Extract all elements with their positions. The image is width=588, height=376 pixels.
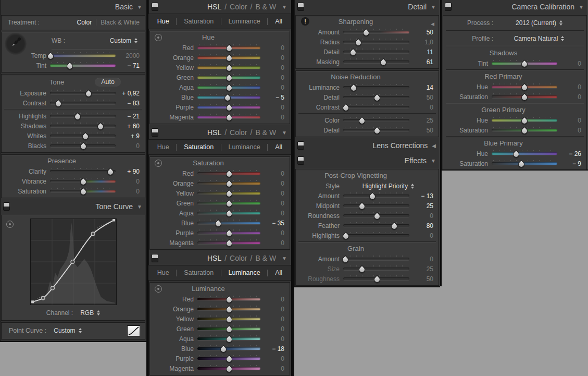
slider-thumb[interactable] bbox=[79, 178, 88, 187]
slider-track[interactable] bbox=[343, 127, 409, 134]
wb-select-value[interactable]: Custom bbox=[110, 37, 131, 44]
style-select[interactable]: Highlight Priority bbox=[362, 183, 414, 190]
channel-select-value[interactable]: RGB bbox=[80, 309, 94, 317]
slider-thumb[interactable] bbox=[520, 83, 529, 92]
style-select-value[interactable]: Highlight Priority bbox=[362, 183, 408, 190]
slider-track[interactable] bbox=[50, 132, 116, 139]
slider-thumb[interactable] bbox=[224, 44, 233, 53]
panel-header-hsl-color-b-w[interactable]: HSL/Color/B & W▼ bbox=[148, 0, 291, 14]
tab-all[interactable]: All bbox=[275, 18, 282, 25]
channel-select[interactable]: RGB bbox=[80, 309, 100, 317]
slider-track[interactable] bbox=[197, 306, 260, 312]
slider-thumb[interactable] bbox=[224, 74, 233, 83]
slider-track[interactable] bbox=[343, 58, 409, 65]
slider-thumb[interactable] bbox=[224, 190, 233, 199]
slider-track[interactable] bbox=[197, 355, 260, 362]
slider-thumb[interactable] bbox=[372, 127, 381, 136]
slider-track[interactable] bbox=[197, 94, 260, 101]
select-value[interactable]: 2012 (Current) bbox=[516, 19, 556, 27]
slider-track-bar[interactable] bbox=[343, 195, 409, 197]
slider-track[interactable] bbox=[50, 52, 116, 59]
slider-track[interactable] bbox=[343, 192, 409, 199]
slider-thumb[interactable] bbox=[81, 132, 90, 141]
slider-track-bar[interactable] bbox=[343, 258, 409, 260]
slider-track[interactable] bbox=[50, 100, 116, 106]
warning-icon[interactable]: ! bbox=[301, 17, 309, 26]
slider-track[interactable] bbox=[343, 117, 409, 124]
slider-thumb[interactable] bbox=[372, 94, 381, 103]
slider-thumb[interactable] bbox=[219, 345, 228, 354]
tab-luminance[interactable]: Luminance bbox=[229, 269, 260, 276]
slider-track-bar[interactable] bbox=[50, 64, 116, 67]
slider-track[interactable] bbox=[197, 296, 260, 302]
slider-thumb[interactable] bbox=[73, 113, 82, 122]
slider-track-bar[interactable] bbox=[197, 347, 260, 350]
slider-track[interactable] bbox=[343, 265, 409, 272]
slider-track[interactable] bbox=[343, 256, 409, 262]
slider-thumb[interactable] bbox=[224, 365, 233, 374]
panel-title-part-color[interactable]: Color bbox=[230, 254, 247, 262]
slider-thumb[interactable] bbox=[372, 275, 381, 284]
slider-track-bar[interactable] bbox=[343, 106, 409, 108]
slider-track-bar[interactable] bbox=[343, 41, 409, 43]
slider-track[interactable] bbox=[343, 39, 409, 45]
slider-track-bar[interactable] bbox=[197, 222, 260, 224]
panel-switch-icon[interactable] bbox=[3, 202, 10, 211]
panel-header-hsl-color-b-w[interactable]: HSL/Color/B & W▼ bbox=[148, 126, 291, 139]
select-value[interactable]: Camera Natural bbox=[514, 35, 558, 42]
panel-title-part-b-w[interactable]: B & W bbox=[255, 3, 276, 11]
slider-track-bar[interactable] bbox=[343, 204, 409, 207]
target-adjust-icon[interactable] bbox=[155, 285, 162, 293]
slider-thumb[interactable] bbox=[224, 54, 233, 63]
slider-thumb[interactable] bbox=[79, 142, 88, 151]
panel-header-effects[interactable]: Effects▼ bbox=[294, 154, 440, 167]
slider-track[interactable] bbox=[197, 64, 260, 71]
slider-thumb[interactable] bbox=[379, 58, 388, 67]
slider-track[interactable] bbox=[492, 127, 557, 134]
slider-track[interactable] bbox=[343, 232, 409, 239]
slider-thumb[interactable] bbox=[224, 296, 233, 305]
panel-title-part-hsl[interactable]: HSL bbox=[207, 3, 221, 11]
panel-title-part-hsl[interactable]: HSL bbox=[207, 128, 221, 137]
wb-eyedropper-icon[interactable] bbox=[5, 33, 27, 55]
slider-track[interactable] bbox=[343, 222, 409, 229]
slider-thumb[interactable] bbox=[520, 127, 529, 136]
slider-thumb[interactable] bbox=[517, 160, 526, 169]
point-curve-value[interactable]: Custom bbox=[54, 327, 75, 334]
panel-header-lens-corrections[interactable]: Lens Corrections◀ bbox=[294, 139, 440, 152]
slider-track[interactable] bbox=[197, 325, 260, 332]
profile-select[interactable]: Camera Natural bbox=[514, 35, 565, 42]
slider-track[interactable] bbox=[197, 44, 260, 51]
slider-track[interactable] bbox=[197, 104, 260, 111]
slider-track[interactable] bbox=[343, 48, 409, 55]
tab-saturation[interactable]: Saturation bbox=[184, 269, 214, 276]
slider-track[interactable] bbox=[197, 335, 260, 342]
point-curve-select[interactable]: Custom bbox=[54, 327, 81, 334]
tab-luminance[interactable]: Luminance bbox=[229, 143, 260, 151]
slider-track[interactable] bbox=[197, 200, 260, 207]
slider-thumb[interactable] bbox=[354, 39, 363, 47]
slider-thumb[interactable] bbox=[372, 212, 381, 221]
panel-header-basic[interactable]: Basic▼ bbox=[0, 0, 146, 14]
slider-thumb[interactable] bbox=[224, 104, 233, 113]
slider-track[interactable] bbox=[50, 62, 116, 69]
panel-title-part-b-w[interactable]: B & W bbox=[255, 128, 276, 137]
tab-hue[interactable]: Hue bbox=[157, 143, 169, 151]
slider-thumb[interactable] bbox=[224, 355, 233, 364]
slider-thumb[interactable] bbox=[224, 114, 233, 123]
panel-header-tone-curve[interactable]: Tone Curve▼ bbox=[0, 200, 146, 213]
slider-track-bar[interactable] bbox=[50, 92, 116, 94]
slider-track[interactable] bbox=[343, 275, 409, 282]
slider-track[interactable] bbox=[197, 180, 260, 187]
slider-track[interactable] bbox=[197, 170, 260, 177]
slider-thumb[interactable] bbox=[520, 117, 529, 126]
point-curve-thumbnail-button[interactable] bbox=[127, 325, 140, 336]
slider-thumb[interactable] bbox=[224, 316, 233, 324]
slider-thumb[interactable] bbox=[520, 93, 529, 102]
slider-thumb[interactable] bbox=[106, 168, 115, 177]
slider-track-bar[interactable] bbox=[343, 224, 409, 227]
slider-thumb[interactable] bbox=[341, 256, 349, 264]
triangle-left-icon[interactable]: ◀ bbox=[431, 19, 434, 29]
slider-thumb[interactable] bbox=[342, 232, 351, 241]
slider-track-bar[interactable] bbox=[343, 234, 409, 237]
